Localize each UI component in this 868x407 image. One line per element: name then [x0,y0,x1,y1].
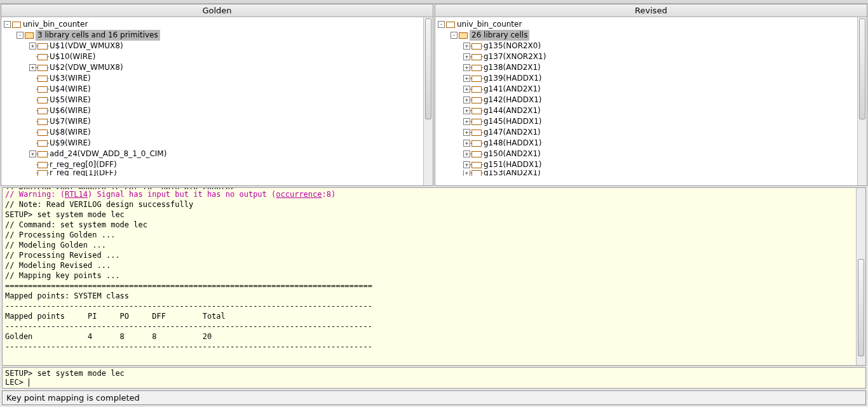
expand-icon[interactable]: + [463,43,470,50]
cell-icon [471,151,482,157]
log-line: ----------------------------------------… [5,342,863,352]
tree-item[interactable]: +g151(HADDX1) [437,159,856,170]
tree-node-label: g151(HADDX1) [484,159,541,170]
tree-node-label: add_24(VDW_ADD_8_1_0_CIM) [50,149,166,159]
tree-item[interactable]: +U$2(VDW_WMUX8) [3,62,422,73]
expand-icon[interactable]: + [463,140,470,147]
log-line: // Modeling Revised ... [5,260,863,270]
tree-item[interactable]: +g135(NOR2X0) [437,41,856,51]
tree-node-label: r_reg_reg[0](DFF) [50,159,117,170]
tree-item[interactable]: +g139(HADDX1) [437,73,856,84]
tree-item[interactable]: +g148(HADDX1) [437,138,856,149]
tree-node-label: g142(HADDX1) [484,95,541,105]
tree-item[interactable]: U$3(WIRE) [3,73,422,84]
expand-icon[interactable]: + [463,53,470,60]
expand-icon[interactable]: + [463,64,470,71]
expand-icon[interactable]: + [29,64,36,71]
cmd-prompt-line[interactable]: LEC> [5,378,863,387]
expand-icon[interactable]: + [463,150,470,157]
tree-node-label: U$10(WIRE) [50,51,95,62]
tree-node-label: univ_bin_counter [457,19,522,30]
cell-icon [471,108,482,114]
tree-item[interactable]: +U$1(VDW_WMUX8) [3,41,422,51]
golden-tree-container: -univ_bin_counter-3 library cells and 16… [1,17,433,185]
tree-node-label: g144(AND2X1) [484,105,541,116]
tree-node-label: r_reg_reg[1](DFF) [50,170,117,176]
cell-icon [37,130,48,136]
tree-node-label: g153(AND2X1) [484,170,541,176]
expand-icon[interactable]: + [463,107,470,114]
scrollbar-thumb[interactable] [859,18,865,119]
expand-icon[interactable]: + [29,43,36,50]
expand-icon[interactable]: + [463,170,470,176]
log-line: ========================================… [5,281,863,291]
module-icon [446,22,455,28]
collapse-icon[interactable]: - [17,32,24,39]
tree-item[interactable]: +g138(AND2X1) [437,62,856,73]
tree-item[interactable]: +g153(AND2X1) [437,170,856,176]
collapse-icon[interactable]: - [4,21,11,28]
collapse-icon[interactable]: - [451,32,458,39]
expand-icon[interactable]: + [463,86,470,93]
transcript[interactable]: // Revised root module is set to univ_bi… [2,187,866,366]
tree-root[interactable]: -univ_bin_counter [437,19,856,30]
group-icon [459,32,468,39]
expand-icon[interactable]: + [29,150,36,157]
tree-item[interactable]: +g141(AND2X1) [437,84,856,95]
module-icon [12,22,21,28]
golden-tree[interactable]: -univ_bin_counter-3 library cells and 16… [1,17,423,185]
tree-item[interactable]: r_reg_reg[1](DFF) [3,170,422,176]
tree-item[interactable]: U$5(WIRE) [3,95,422,105]
revised-tree[interactable]: -univ_bin_counter-26 library cells+g135(… [435,17,857,185]
log-line: ----------------------------------------… [5,301,863,311]
text-cursor [29,378,29,387]
scrollbar-thumb[interactable] [858,259,864,356]
warning-occurrence-link[interactable]: occurrence [276,190,322,199]
cell-icon [471,43,482,50]
cell-icon [37,108,48,114]
tree-group[interactable]: -3 library cells and 16 primitives [3,30,422,41]
expand-icon[interactable]: + [463,97,470,103]
cell-icon [471,86,482,93]
collapse-icon[interactable]: - [438,21,445,28]
cell-icon [471,170,482,176]
command-area[interactable]: SETUP> set system mode lec LEC> [2,367,866,389]
expand-icon[interactable]: + [463,75,470,82]
tree-root[interactable]: -univ_bin_counter [3,19,422,30]
tree-node-label: U$1(VDW_WMUX8) [50,41,123,51]
tree-item[interactable]: U$9(WIRE) [3,138,422,149]
revised-tree-container: -univ_bin_counter-26 library cells+g135(… [435,17,867,185]
log-line: Golden 4 8 8 20 [5,331,863,342]
tree-group[interactable]: -26 library cells [437,30,856,41]
tree-item[interactable]: U$8(WIRE) [3,127,422,138]
golden-scrollbar[interactable] [423,17,433,185]
tree-item[interactable]: +g145(HADDX1) [437,116,856,127]
tree-node-label: U$8(WIRE) [50,127,91,138]
tree-node-label: U$6(WIRE) [50,105,91,116]
log-line: // Command: set system mode lec [5,220,863,230]
tree-node-label: U$2(VDW_WMUX8) [50,62,123,73]
warning-code-link[interactable]: RTL14 [65,190,88,199]
tree-item[interactable]: +g147(AND2X1) [437,127,856,138]
cell-icon [37,65,48,71]
cell-icon [471,130,482,136]
tree-item[interactable]: +add_24(VDW_ADD_8_1_0_CIM) [3,149,422,159]
expand-icon[interactable]: + [463,129,470,136]
tree-item[interactable]: r_reg_reg[0](DFF) [3,159,422,170]
tree-item[interactable]: U$10(WIRE) [3,51,422,62]
tree-item[interactable]: U$7(WIRE) [3,116,422,127]
tree-item[interactable]: U$4(WIRE) [3,84,422,95]
expand-icon[interactable]: + [463,118,470,125]
revised-scrollbar[interactable] [857,17,867,185]
tree-item[interactable]: +g142(HADDX1) [437,95,856,105]
cell-icon [37,162,48,168]
scrollbar-thumb[interactable] [425,18,431,119]
tree-item[interactable]: +g137(XNOR2X1) [437,51,856,62]
tree-node-label: g141(AND2X1) [484,84,541,95]
expand-icon[interactable]: + [463,161,470,168]
log-line: // Modeling Golden ... [5,240,863,250]
tree-item[interactable]: U$6(WIRE) [3,105,422,116]
tree-item[interactable]: +g144(AND2X1) [437,105,856,116]
transcript-scrollbar[interactable] [856,188,865,365]
tree-item[interactable]: +g150(AND2X1) [437,149,856,159]
